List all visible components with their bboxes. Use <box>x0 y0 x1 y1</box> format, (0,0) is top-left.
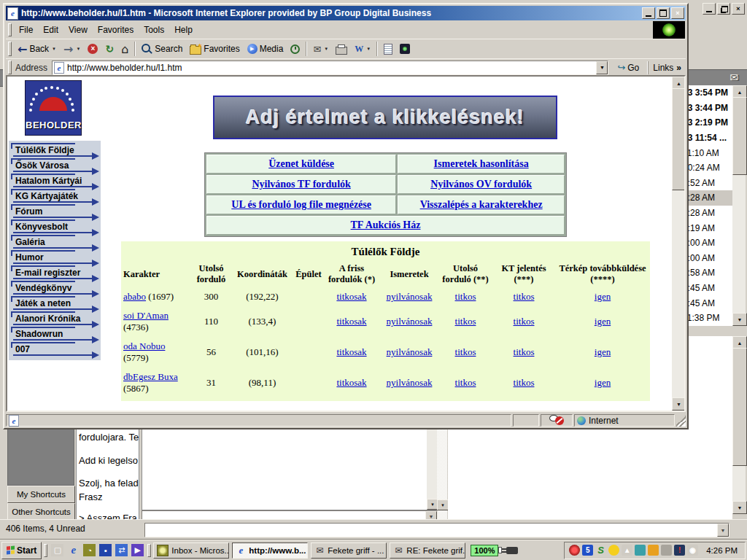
character-link[interactable]: soi D'Aman <box>123 310 169 321</box>
tray-fan-icon[interactable] <box>569 545 580 556</box>
start-button[interactable]: Start <box>1 542 42 559</box>
sidebar-item-007[interactable]: 007 <box>9 342 101 357</box>
sidebar-item--s-k-v-rosa[interactable]: Ősök Városa <box>9 158 101 174</box>
tray-display-icon[interactable] <box>635 545 646 556</box>
map-forward-link[interactable]: igen <box>595 291 611 302</box>
sidebar-item-humor[interactable]: Humor <box>9 250 101 265</box>
knowledge-link[interactable]: nyilvánosak <box>387 316 433 327</box>
quicklaunch-floppy-icon[interactable]: ▪ <box>99 544 112 556</box>
reading-pane-main-scrollbar[interactable]: ▼ <box>427 427 437 510</box>
tray-window-icon[interactable] <box>648 545 659 556</box>
taskband-grip[interactable] <box>147 544 151 557</box>
minimize-button[interactable] <box>642 7 655 19</box>
privacy-report-pane[interactable] <box>541 414 573 427</box>
sidebar-item-j-t-k-a-neten[interactable]: Játék a neten <box>9 296 101 311</box>
menu-favorites[interactable]: Favorites <box>93 23 139 37</box>
sidebar-item-e-mail-regiszter[interactable]: E-mail regiszter <box>9 265 101 281</box>
tray-icq-icon[interactable] <box>608 545 619 556</box>
quick-link-auction[interactable]: TF Aukciós Ház <box>351 219 421 230</box>
quick-link[interactable]: Nyilvános TF fordulók <box>252 179 350 190</box>
outlook-close-button[interactable]: × <box>732 3 745 15</box>
page-scrollbar[interactable]: ▲ ▼ <box>672 77 684 411</box>
toolbar-back-button[interactable]: ←Back▼ <box>14 41 60 57</box>
quick-link[interactable]: Ismeretek hasonlítása <box>434 158 529 169</box>
tray-printer-icon[interactable] <box>661 545 672 556</box>
knowledge-link[interactable]: nyilvánosak <box>387 377 433 388</box>
address-dropdown-button[interactable]: ▼ <box>596 61 608 74</box>
ie-titlebar[interactable]: e http://www.beholder.hu/l1.htm - Micros… <box>6 6 686 20</box>
tray-update-icon[interactable]: ▲ <box>622 545 632 556</box>
fresh-link[interactable]: titkosak <box>336 377 366 388</box>
menubar-grip[interactable] <box>8 23 12 37</box>
sidebar-item-alanori-kr-nika[interactable]: Alanori Krónika <box>9 311 101 327</box>
sidebar-item-hatalom-k-rty-i[interactable]: Hatalom Kártyái <box>9 174 101 189</box>
last-turn-link[interactable]: titkos <box>455 346 476 357</box>
toolbar-mail-button[interactable]: ✉▼ <box>309 41 332 57</box>
menu-view[interactable]: View <box>63 23 93 37</box>
maximize-button[interactable] <box>657 7 670 19</box>
tray-utility-icon[interactable]: 5 <box>582 545 593 556</box>
lower-combo-wide[interactable]: ▼ <box>144 523 729 537</box>
go-button[interactable]: ↪ Go <box>611 61 645 74</box>
character-link[interactable]: oda Nobuo <box>123 341 165 351</box>
reading-pane-scrollbar[interactable]: ▲ ▼ <box>732 336 746 514</box>
tray-shield-icon[interactable]: ! <box>674 545 685 556</box>
toolbar-discuss-button[interactable] <box>380 41 396 57</box>
kt-report-link[interactable]: titkos <box>514 377 535 388</box>
kt-report-link[interactable]: titkos <box>514 346 535 357</box>
other-shortcuts-button[interactable]: Other Shortcuts <box>7 503 75 521</box>
sidebar-item-vend-gk-nyv[interactable]: Vendégkönyv <box>9 281 101 296</box>
fresh-link[interactable]: titkosak <box>336 291 366 302</box>
toolbar-grip[interactable] <box>8 42 12 56</box>
sidebar-item-kg-k-rtyaj-t-k[interactable]: KG Kártyajáték <box>9 189 101 204</box>
quicklaunch-outlook-icon[interactable]: ◔ <box>83 544 96 556</box>
knowledge-link[interactable]: nyilvánosak <box>387 346 433 357</box>
toolbar-media-button[interactable]: ▶Media <box>244 41 287 57</box>
quicklaunch-media-player-icon[interactable]: ▶ <box>131 544 144 556</box>
toolbar-print-button[interactable] <box>332 41 351 57</box>
sidebar-item-shadowrun[interactable]: Shadowrun <box>9 327 101 342</box>
quicklaunch-show-desktop-icon[interactable]: ▢ <box>51 544 63 556</box>
window-resize-grip[interactable] <box>676 414 686 427</box>
menu-help[interactable]: Help <box>169 23 198 37</box>
last-turn-link[interactable]: titkos <box>455 316 476 327</box>
addressbar-grip[interactable] <box>8 61 12 74</box>
quick-link[interactable]: Üzenet küldése <box>268 158 334 169</box>
sidebar-item-gal-ria[interactable]: Galéria <box>9 235 101 250</box>
sidebar-item-t-l-l-k-f-ldje[interactable]: Túlélők Földje <box>9 143 101 158</box>
toolbar-edit-button[interactable]: W▼ <box>351 41 374 57</box>
message-list-scrollbar[interactable]: ▲ ▼ <box>732 85 746 326</box>
last-turn-link[interactable]: titkos <box>455 291 476 302</box>
quicklaunch-grip[interactable] <box>44 544 47 557</box>
toolbar-home-button[interactable]: ⌂ <box>117 41 132 57</box>
last-turn-link[interactable]: titkos <box>455 377 476 388</box>
quick-link[interactable]: UL és forduló log file megnézése <box>231 199 371 210</box>
task-http-www-b-[interactable]: ehttp://www.b... <box>232 542 308 559</box>
map-forward-link[interactable]: igen <box>595 377 611 388</box>
close-button[interactable]: × <box>671 7 684 19</box>
map-forward-link[interactable]: igen <box>595 316 611 327</box>
quick-link[interactable]: Nyilvános OV fordulók <box>430 179 532 190</box>
pane-divider-scrollbar[interactable]: ▼ <box>437 427 447 519</box>
sidebar-item-f-rum[interactable]: Fórum <box>9 204 101 219</box>
quicklaunch-folder-sync-icon[interactable]: ⇄ <box>115 544 128 556</box>
toolbar-refresh-button[interactable]: ↻ <box>101 41 117 57</box>
menu-edit[interactable]: Edit <box>38 23 63 37</box>
fresh-link[interactable]: titkosak <box>336 316 366 327</box>
banner[interactable]: Adj értelmet a klikkelésnek! <box>213 96 557 139</box>
sidebar-item-k-nyvesbolt[interactable]: Könyvesbolt <box>9 219 101 235</box>
character-link[interactable]: ababo <box>123 291 146 302</box>
kt-report-link[interactable]: titkos <box>514 316 535 327</box>
tray-find-icon[interactable]: ◉ <box>687 545 698 556</box>
links-bar[interactable]: Links » <box>648 61 686 74</box>
character-link[interactable]: dbEgesz Buxa <box>123 371 178 382</box>
task-re-fekete-grif-[interactable]: ✉RE: Fekete grif... <box>390 542 465 559</box>
my-shortcuts-button[interactable]: My Shortcuts <box>7 486 75 503</box>
address-input[interactable]: e http://www.beholder.hu/l1.htm ▼ <box>52 61 608 75</box>
toolbar-favorites-button[interactable]: Favorites <box>186 41 243 57</box>
outlook-restore-button[interactable] <box>717 3 730 15</box>
knowledge-link[interactable]: nyilvánosak <box>387 291 433 302</box>
outlook-minimize-button[interactable] <box>703 3 716 15</box>
menu-tools[interactable]: Tools <box>139 23 169 37</box>
kt-report-link[interactable]: titkos <box>514 291 535 302</box>
